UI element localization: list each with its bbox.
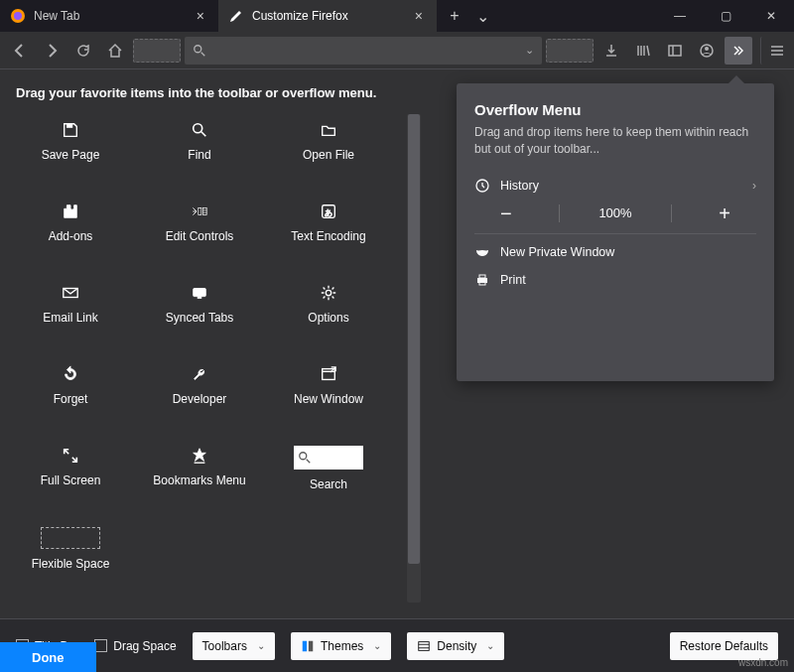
palette-pane: Drag your favorite items into the toolba…	[0, 69, 437, 618]
downloads-button[interactable]	[597, 37, 625, 65]
svg-point-17	[300, 453, 307, 460]
tab-label: New Tab	[34, 9, 185, 23]
menu-button[interactable]	[760, 37, 788, 65]
overflow-item-label: Print	[500, 273, 526, 287]
overflow-item-label: New Private Window	[500, 245, 614, 259]
button-label: Done	[32, 650, 65, 665]
palette-item-find[interactable]: Find	[145, 114, 254, 194]
overflow-item-private-window[interactable]: New Private Window	[474, 238, 756, 266]
palette-item-forget[interactable]: Forget	[16, 358, 125, 438]
dragspace-checkbox[interactable]: Drag Space	[94, 639, 176, 653]
home-button[interactable]	[101, 37, 129, 65]
palette-item-options[interactable]: Options	[274, 277, 383, 356]
palette-item-email-link[interactable]: Email Link	[16, 277, 125, 356]
scrollbar[interactable]	[407, 114, 421, 603]
palette-item-full-screen[interactable]: Full Screen	[16, 440, 125, 519]
palette-item-edit-controls[interactable]: Edit Controls	[145, 196, 254, 275]
tab-label: Customize Firefox	[252, 9, 403, 23]
minimize-button[interactable]: —	[657, 0, 703, 32]
url-bar[interactable]: ⌄	[185, 37, 542, 65]
palette-item-bookmarks-menu[interactable]: Bookmarks Menu	[145, 440, 254, 519]
overflow-item-print[interactable]: Print	[474, 266, 756, 294]
text-encoding-icon: あ	[320, 202, 337, 221]
palette-item-open-file[interactable]: Open File	[274, 114, 383, 194]
options-icon	[320, 283, 337, 303]
overflow-panel: Overflow Menu Drag and drop items here t…	[457, 83, 774, 381]
svg-point-1	[14, 12, 22, 20]
open-file-icon	[320, 120, 337, 140]
svg-point-7	[194, 124, 202, 133]
svg-rect-22	[303, 640, 307, 651]
svg-rect-6	[66, 124, 71, 128]
library-button[interactable]	[629, 37, 657, 65]
palette-item-save-page[interactable]: Save Page	[16, 114, 125, 194]
new-tab-button[interactable]: +	[441, 7, 468, 25]
done-button[interactable]: Done	[0, 642, 96, 672]
forward-button[interactable]	[38, 37, 66, 65]
account-button[interactable]	[693, 37, 721, 65]
palette-item-label: Save Page	[42, 148, 100, 162]
sidebar-button[interactable]	[661, 37, 689, 65]
zoom-out-button[interactable]: −	[492, 203, 520, 223]
density-icon	[417, 639, 431, 653]
palette-item-search[interactable]: Search	[274, 440, 383, 519]
svg-text:あ: あ	[325, 208, 332, 217]
titlebar: New Tab × Customize Firefox × + ⌄ — ▢ ✕	[0, 0, 794, 32]
dropdown-label: Density	[437, 639, 476, 653]
close-window-button[interactable]: ✕	[748, 0, 794, 32]
firefox-logo-icon	[10, 8, 26, 24]
overflow-button[interactable]	[725, 37, 752, 65]
tab-new-tab[interactable]: New Tab ×	[0, 0, 218, 32]
instruction-text: Drag your favorite items into the toolba…	[16, 85, 421, 100]
zoom-in-button[interactable]: +	[711, 203, 738, 223]
palette-item-flexible-space[interactable]: Flexible Space	[16, 521, 125, 601]
all-tabs-button[interactable]: ⌄	[468, 7, 496, 26]
palette-grid: Save PageFindOpen FileAdd-onsEdit Contro…	[16, 114, 403, 603]
theme-icon	[301, 639, 315, 653]
overflow-title: Overflow Menu	[474, 101, 756, 118]
overflow-description: Drag and drop items here to keep them wi…	[474, 124, 756, 158]
zoom-level[interactable]: 100%	[598, 205, 631, 220]
toolbars-dropdown[interactable]: Toolbars⌄	[193, 632, 275, 660]
palette-item-label: Developer	[173, 392, 227, 406]
full-screen-icon	[62, 446, 79, 466]
chevron-down-icon[interactable]: ⌄	[525, 44, 534, 57]
svg-rect-8	[198, 207, 201, 214]
close-icon[interactable]: ×	[193, 8, 208, 24]
palette-item-label: Edit Controls	[166, 229, 234, 243]
save-page-icon	[62, 120, 79, 140]
tab-customize[interactable]: Customize Firefox ×	[218, 0, 437, 32]
close-icon[interactable]: ×	[411, 8, 427, 24]
palette-item-label: Find	[188, 148, 210, 162]
chevron-down-icon: ⌄	[486, 640, 494, 651]
palette-item-add-ons[interactable]: Add-ons	[16, 196, 125, 275]
palette-item-text-encoding[interactable]: あText Encoding	[274, 196, 383, 275]
palette-item-synced-tabs[interactable]: Synced Tabs	[145, 277, 254, 356]
search-icon	[193, 44, 206, 58]
palette-item-developer[interactable]: Developer	[145, 358, 254, 438]
restore-defaults-button[interactable]: Restore Defaults	[670, 632, 778, 660]
mask-icon	[474, 244, 490, 260]
svg-rect-14	[198, 297, 201, 299]
svg-rect-21	[479, 282, 485, 285]
flexible-space-icon	[41, 527, 100, 549]
back-button[interactable]	[6, 37, 34, 65]
toolbar-placeholder[interactable]	[546, 39, 594, 63]
palette-item-label: Options	[308, 311, 348, 325]
maximize-button[interactable]: ▢	[703, 0, 748, 32]
reload-button[interactable]	[69, 37, 97, 65]
find-icon	[191, 120, 208, 140]
overflow-item-history[interactable]: History ›	[474, 172, 756, 200]
density-dropdown[interactable]: Density⌄	[407, 632, 504, 660]
dropdown-label: Themes	[321, 639, 363, 653]
themes-dropdown[interactable]: Themes⌄	[291, 632, 391, 660]
scroll-thumb[interactable]	[408, 114, 420, 564]
toolbar-placeholder[interactable]	[133, 39, 181, 63]
palette-item-label: Full Screen	[41, 473, 101, 487]
palette-item-new-window[interactable]: New Window	[274, 358, 383, 438]
email-link-icon	[62, 283, 79, 303]
bottom-bar: Title Bar Drag Space Toolbars⌄ Themes⌄ D…	[0, 618, 794, 672]
nav-toolbar: ⌄	[0, 32, 794, 69]
paintbrush-icon	[228, 8, 244, 24]
palette-item-label: Bookmarks Menu	[153, 473, 245, 487]
